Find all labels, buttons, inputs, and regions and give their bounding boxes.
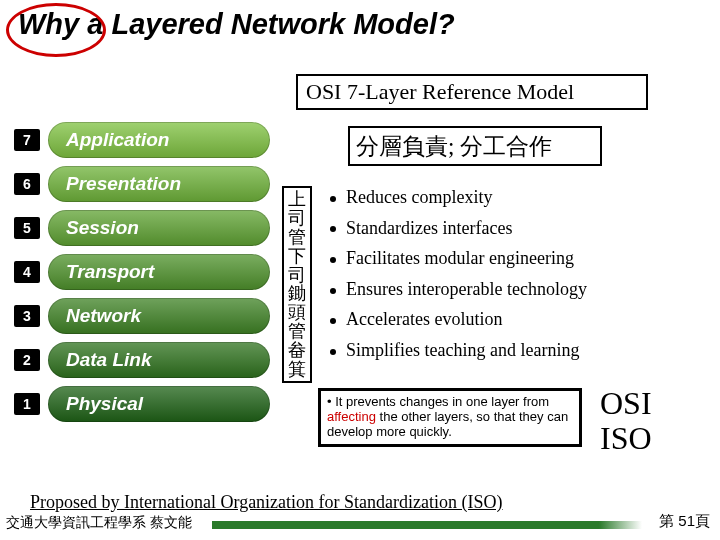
cn-vertical-box: 上司管下司鋤頭管畚箕: [282, 186, 312, 383]
layer-row: 6Presentation: [14, 166, 270, 202]
bullet-icon: [330, 257, 336, 263]
title-highlight-circle: [6, 3, 106, 57]
osi-iso-block: OSI ISO: [600, 386, 652, 456]
layer-pill: Application: [48, 122, 270, 158]
benefits-list: Reduces complexityStandardizes interface…: [330, 182, 587, 366]
bullet-icon: [330, 318, 336, 324]
layer-pill: Physical: [48, 386, 270, 422]
layer-row: 1Physical: [14, 386, 270, 422]
layer-row: 3Network: [14, 298, 270, 334]
note-affecting: affecting: [327, 409, 376, 424]
cn-vertical-char: 下: [284, 247, 310, 266]
benefit-item: Accelerates evolution: [330, 304, 587, 335]
layer-number: 3: [14, 305, 40, 327]
benefit-text: Ensures interoperable technology: [346, 279, 587, 299]
subtitle-box: OSI 7-Layer Reference Model: [296, 74, 648, 110]
benefit-item: Facilitates modular engineering: [330, 243, 587, 274]
layer-pill: Network: [48, 298, 270, 334]
footer-bar: [212, 521, 642, 529]
bullet-icon: [330, 349, 336, 355]
benefit-text: Facilitates modular engineering: [346, 248, 574, 268]
footer-author: 交通大學資訊工程學系 蔡文能: [6, 514, 192, 532]
cn-vertical-char: 鋤: [284, 284, 310, 303]
layer-row: 5Session: [14, 210, 270, 246]
osi-layer-stack: 7Application6Presentation5Session4Transp…: [14, 122, 270, 430]
cn-vertical-char: 頭: [284, 303, 310, 322]
layer-pill: Data Link: [48, 342, 270, 378]
layer-pill: Transport: [48, 254, 270, 290]
cn-vertical-char: 司: [284, 209, 310, 228]
note-box: • It prevents changes in one layer from …: [318, 388, 582, 447]
bullet-icon: [330, 288, 336, 294]
layer-number: 6: [14, 173, 40, 195]
iso-text: ISO: [600, 421, 652, 456]
benefit-item: Ensures interoperable technology: [330, 274, 587, 305]
slide: Why a Layered Network Model? OSI 7-Layer…: [0, 0, 720, 540]
layer-number: 5: [14, 217, 40, 239]
benefit-text: Accelerates evolution: [346, 309, 502, 329]
cn-vertical-char: 上: [284, 190, 310, 209]
benefit-item: Standardizes interfaces: [330, 213, 587, 244]
layer-pill: Presentation: [48, 166, 270, 202]
benefit-text: Simplifies teaching and learning: [346, 340, 579, 360]
layer-number: 1: [14, 393, 40, 415]
layer-row: 2Data Link: [14, 342, 270, 378]
footer-proposed: Proposed by International Organization f…: [30, 492, 503, 513]
layer-row: 7Application: [14, 122, 270, 158]
osi-text: OSI: [600, 386, 652, 421]
layer-number: 2: [14, 349, 40, 371]
bullet-icon: [330, 226, 336, 232]
benefit-text: Standardizes interfaces: [346, 218, 512, 238]
layer-pill: Session: [48, 210, 270, 246]
note-prefix: • It prevents changes in one layer from: [327, 394, 549, 409]
layer-row: 4Transport: [14, 254, 270, 290]
cn-vertical-char: 畚: [284, 341, 310, 360]
footer-page: 第 51頁: [659, 512, 710, 531]
layer-number: 7: [14, 129, 40, 151]
cn-vertical-char: 司: [284, 266, 310, 285]
cn-heading-box: 分層負責; 分工合作: [348, 126, 602, 166]
benefit-text: Reduces complexity: [346, 187, 492, 207]
benefit-item: Simplifies teaching and learning: [330, 335, 587, 366]
cn-vertical-char: 箕: [284, 360, 310, 379]
benefit-item: Reduces complexity: [330, 182, 587, 213]
layer-number: 4: [14, 261, 40, 283]
cn-vertical-char: 管: [284, 322, 310, 341]
bullet-icon: [330, 196, 336, 202]
cn-vertical-char: 管: [284, 228, 310, 247]
